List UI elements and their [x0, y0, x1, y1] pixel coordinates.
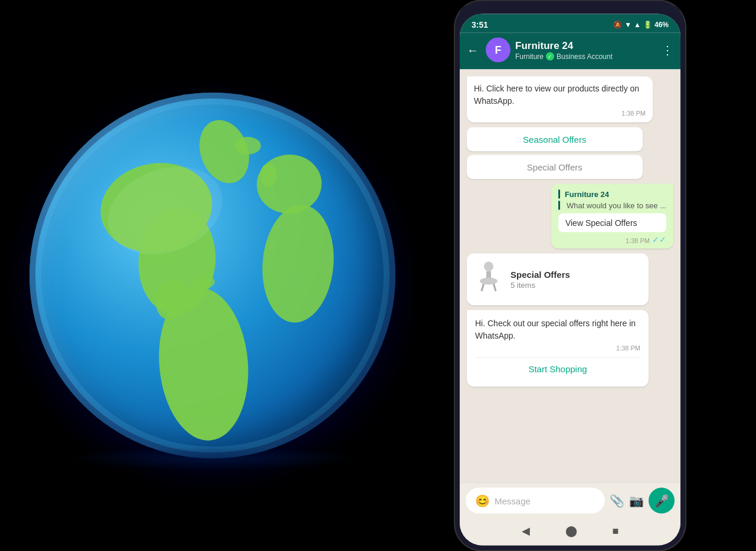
message-1: Hi. Click here to view our products dire…: [467, 77, 653, 123]
sent-bubble-footer: 1:38 PM ✓✓: [558, 235, 666, 244]
sent-bubble-header: Furniture 24: [558, 190, 666, 199]
message-2-text: Hi. Check out our special offers right h…: [475, 317, 640, 342]
message-placeholder: Message: [495, 496, 595, 506]
menu-button[interactable]: ⋮: [662, 43, 673, 57]
phone-notch: [460, 6, 680, 14]
message-input[interactable]: 😊 Message: [466, 488, 605, 514]
header-subtitle: Furniture ✓ Business Account: [515, 52, 657, 60]
nav-home-button[interactable]: ⬤: [565, 524, 577, 537]
sent-bubble-preview: What would you like to see ...: [558, 201, 666, 210]
globe-illustration: [30, 93, 395, 458]
svg-line-15: [482, 283, 484, 291]
contact-avatar: F: [486, 38, 510, 63]
svg-line-16: [493, 283, 496, 291]
product-count: 5 items: [510, 281, 570, 290]
sent-message-1: Furniture 24 What would you like to see …: [551, 184, 673, 249]
seasonal-offers-btn[interactable]: Seasonal Offers: [467, 127, 643, 152]
start-shopping-button[interactable]: Start Shopping: [475, 358, 640, 380]
read-receipts: ✓✓: [652, 235, 666, 244]
mic-button[interactable]: 🎤: [649, 488, 675, 514]
wifi-icon: ▼: [624, 21, 631, 29]
chat-area: Hi. Click here to view our products dire…: [460, 70, 680, 483]
verified-badge: ✓: [546, 52, 554, 60]
sent-time: 1:38 PM: [626, 237, 650, 244]
message-2-time: 1:38 PM: [475, 345, 640, 352]
attach-button[interactable]: 📎: [610, 494, 624, 508]
product-info: Special Offers 5 items: [510, 270, 570, 290]
svg-point-8: [260, 163, 277, 187]
battery-percent: 46%: [654, 21, 669, 29]
emoji-button[interactable]: 😊: [475, 494, 490, 508]
quick-replies: Seasonal Offers Special Offers: [467, 127, 643, 179]
status-icons: 🔕 ▼ ▲ 🔋 46%: [613, 21, 669, 29]
product-name: Special Offers: [510, 270, 570, 280]
battery-icon: 🔋: [643, 21, 652, 29]
signal-icon: ▲: [634, 21, 641, 29]
svg-point-17: [480, 278, 498, 285]
phone-device: 3:51 🔕 ▼ ▲ 🔋 46% ← F: [455, 1, 685, 550]
product-card[interactable]: Special Offers 5 items: [467, 254, 649, 306]
product-image: [474, 261, 503, 299]
message-2: Hi. Check out our special offers right h…: [467, 310, 649, 387]
mic-icon: 🎤: [654, 494, 669, 508]
account-type-label: Business Account: [557, 52, 613, 60]
svg-point-7: [235, 137, 261, 155]
view-offers-button[interactable]: View Special Offers: [558, 214, 666, 232]
header-info: Furniture 24 Furniture ✓ Business Accoun…: [515, 40, 657, 60]
svg-point-13: [484, 262, 493, 271]
chat-header: ← F Furniture 24 Furniture ✓ Business Ac…: [460, 33, 680, 70]
status-bar: 3:51 🔕 ▼ ▲ 🔋 46%: [460, 14, 680, 33]
status-time: 3:51: [472, 20, 488, 29]
business-name: Furniture 24: [515, 40, 657, 51]
special-offers-btn[interactable]: Special Offers: [467, 155, 643, 179]
nav-back-button[interactable]: ◀: [522, 524, 530, 537]
category-label: Furniture: [515, 52, 544, 60]
camera-button[interactable]: 📷: [629, 494, 644, 508]
message-1-text: Hi. Click here to view our products dire…: [474, 83, 646, 107]
svg-point-6: [258, 202, 339, 326]
chat-input-bar: 😊 Message 📎 📷 🎤: [460, 483, 680, 519]
mute-icon: 🔕: [613, 21, 622, 29]
back-button[interactable]: ←: [464, 41, 481, 59]
nav-recents-button[interactable]: ■: [613, 524, 619, 537]
message-1-time: 1:38 PM: [474, 110, 646, 117]
android-nav-bar: ◀ ⬤ ■: [460, 519, 680, 546]
